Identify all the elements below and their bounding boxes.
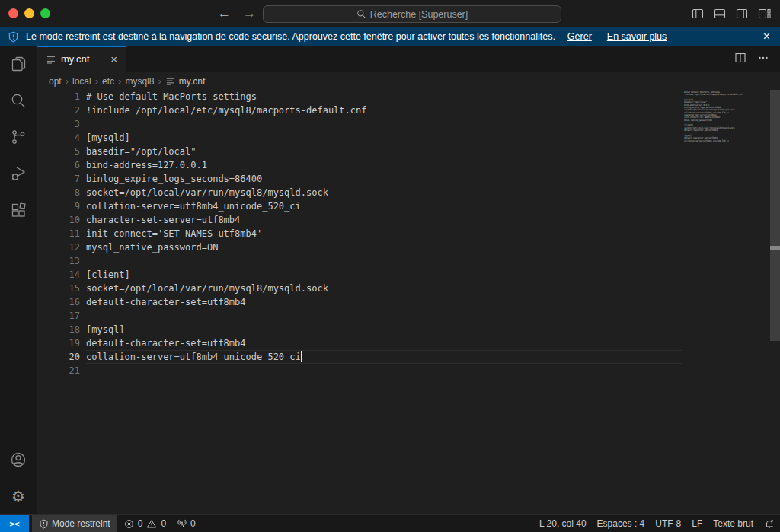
- remote-icon: ><: [9, 519, 19, 529]
- banner-manage-link[interactable]: Gérer: [567, 31, 592, 42]
- layout-controls: [692, 0, 771, 27]
- code-line[interactable]: default-character-set=utf8mb4: [86, 295, 682, 309]
- account-icon[interactable]: [0, 441, 37, 478]
- explorer-icon[interactable]: [0, 46, 37, 82]
- code-line[interactable]: collation-server=utf8mb4_unicode_520_ci: [86, 199, 682, 213]
- code-line-current[interactable]: collation-server=utf8mb4_unicode_520_ci: [86, 350, 682, 364]
- line-number-active: 20: [37, 350, 80, 364]
- vscode-window: ← → Recherche [Superuser]: [0, 0, 780, 532]
- tab-label: my.cnf: [61, 53, 109, 65]
- ports-status[interactable]: 0: [171, 515, 201, 532]
- code-line[interactable]: binlog_expire_logs_seconds=86400: [86, 172, 682, 186]
- code-line[interactable]: [mysqld]: [86, 131, 682, 145]
- line-number: 9: [37, 199, 80, 213]
- code-content[interactable]: # Use default MacPorts settings !include…: [86, 90, 682, 514]
- code-line[interactable]: basedir="/opt/local": [86, 145, 682, 158]
- eol-status[interactable]: LF: [686, 515, 708, 532]
- code-line[interactable]: [86, 364, 682, 377]
- code-line[interactable]: [client]: [86, 268, 682, 282]
- warning-count: 0: [161, 518, 166, 529]
- titlebar: ← → Recherche [Superuser]: [0, 0, 780, 27]
- minimize-window-button[interactable]: [24, 8, 34, 18]
- breadcrumb-item[interactable]: local: [72, 76, 91, 87]
- line-number: 1: [37, 90, 80, 104]
- breadcrumb-file[interactable]: my.cnf: [165, 76, 205, 87]
- breadcrumb-item[interactable]: opt: [49, 76, 62, 87]
- code-line[interactable]: socket=/opt/local/var/run/mysql8/mysqld.…: [86, 282, 682, 295]
- editor-actions: [734, 46, 780, 72]
- source-control-icon[interactable]: [0, 119, 37, 155]
- line-number: 2: [37, 104, 80, 117]
- code-line[interactable]: init-connect='SET NAMES utf8mb4': [86, 227, 682, 241]
- warning-icon: [146, 519, 157, 529]
- code-line[interactable]: [86, 309, 682, 323]
- more-actions-icon[interactable]: [757, 52, 769, 67]
- close-window-button[interactable]: [8, 8, 18, 18]
- restricted-mode-status[interactable]: Mode restreint: [32, 515, 117, 532]
- code-line[interactable]: # Use default MacPorts settings: [86, 90, 682, 104]
- problems-status[interactable]: 0 0: [119, 515, 171, 532]
- back-arrow-icon[interactable]: ←: [218, 6, 231, 21]
- extensions-icon[interactable]: [0, 192, 37, 228]
- file-text-icon: [46, 54, 56, 65]
- banner-learn-more-link[interactable]: En savoir plus: [607, 31, 667, 42]
- command-center-search[interactable]: Recherche [Superuser]: [263, 5, 561, 23]
- encoding-status[interactable]: UTF-8: [650, 515, 686, 532]
- line-number-gutter[interactable]: 1 2 3 4 5 6 7 8 9 10 11 12 13 14 15 16 1: [37, 90, 86, 514]
- forward-arrow-icon[interactable]: →: [243, 6, 256, 21]
- split-editor-icon[interactable]: [734, 52, 746, 67]
- breadcrumb-item[interactable]: mysql8: [125, 76, 154, 87]
- line-number: 15: [37, 282, 80, 295]
- restricted-mode-label: Mode restreint: [52, 518, 110, 529]
- search-view-icon[interactable]: [0, 82, 37, 119]
- code-line[interactable]: bind-address=127.0.0.1: [86, 158, 682, 172]
- code-editor: 1 2 3 4 5 6 7 8 9 10 11 12 13 14 15 16 1: [37, 90, 780, 514]
- code-line[interactable]: socket=/opt/local/var/run/mysql8/mysqld.…: [86, 186, 682, 199]
- code-line[interactable]: character-set-server=utf8mb4: [86, 213, 682, 227]
- vertical-scrollbar[interactable]: [769, 90, 780, 514]
- workspace-trust-shield-icon: [8, 31, 19, 43]
- status-bar: >< Mode restreint 0 0: [0, 514, 780, 532]
- line-number: 8: [37, 186, 80, 199]
- toggle-sidebar-right-icon[interactable]: [736, 8, 748, 20]
- tab-close-icon[interactable]: ×: [109, 53, 119, 65]
- indentation-status[interactable]: Espaces : 4: [592, 515, 651, 532]
- toggle-sidebar-left-icon[interactable]: [692, 8, 704, 20]
- workbench-main: ⚙ my.cnf ×: [0, 46, 780, 514]
- code-line[interactable]: [86, 117, 682, 131]
- cursor-position-status[interactable]: L 20, col 40: [534, 515, 592, 532]
- settings-gear-icon[interactable]: ⚙: [0, 478, 37, 514]
- code-line[interactable]: [86, 254, 682, 268]
- line-number: 11: [37, 227, 80, 241]
- remote-indicator[interactable]: ><: [0, 515, 29, 532]
- notifications-button[interactable]: [759, 515, 780, 532]
- breadcrumb: opt › local › etc › mysql8 › my.cnf: [37, 72, 780, 90]
- bell-icon: [764, 518, 775, 529]
- minimap[interactable]: # Use default MacPorts settings !include…: [682, 90, 769, 514]
- overview-ruler-cursor-mark: [770, 246, 780, 250]
- scrollbar-thumb[interactable]: [770, 90, 780, 341]
- breadcrumb-item[interactable]: etc: [102, 76, 114, 87]
- error-count: 0: [138, 518, 143, 529]
- tab-bar: my.cnf ×: [37, 46, 780, 72]
- code-line[interactable]: default-character-set=utf8mb4: [86, 336, 682, 350]
- code-line[interactable]: mysql_native_password=ON: [86, 241, 682, 254]
- line-number: 10: [37, 213, 80, 227]
- line-number: 14: [37, 268, 80, 282]
- language-mode-status[interactable]: Texte brut: [708, 515, 759, 532]
- text-cursor: [301, 351, 302, 362]
- line-number: 12: [37, 241, 80, 254]
- code-line[interactable]: [mysql]: [86, 323, 682, 336]
- run-debug-icon[interactable]: [0, 155, 37, 192]
- maximize-window-button[interactable]: [40, 8, 50, 18]
- banner-close-icon[interactable]: ×: [761, 30, 772, 43]
- code-line[interactable]: !include /opt/local/etc/mysql8/macports-…: [86, 104, 682, 117]
- status-bar-right: L 20, col 40 Espaces : 4 UTF-8 LF Texte …: [534, 515, 780, 532]
- line-number: 6: [37, 158, 80, 172]
- toggle-panel-icon[interactable]: [714, 8, 726, 20]
- customize-layout-icon[interactable]: [758, 8, 771, 20]
- tab-my-cnf[interactable]: my.cnf ×: [37, 46, 126, 72]
- traffic-lights: [8, 8, 50, 18]
- banner-message: Le mode restreint est destiné à la navig…: [26, 31, 555, 42]
- editor-group: my.cnf ×: [37, 46, 780, 514]
